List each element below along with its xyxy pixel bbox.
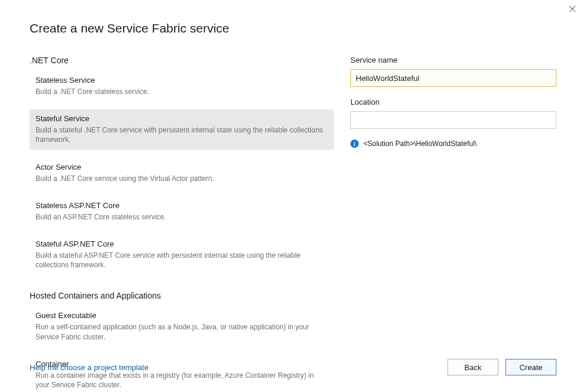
help-link[interactable]: Help me choose a project template [30,363,149,372]
category-heading: .NET Core [30,56,334,65]
template-stateless-aspnet[interactable]: Stateless ASP.NET Core Build an ASP.NET … [30,196,334,226]
template-stateful-aspnet[interactable]: Stateful ASP.NET Core Build a stateful A… [30,235,334,274]
template-desc: Build a .NET Core stateless service. [36,87,328,96]
category-heading: Hosted Containers and Applications [30,291,334,300]
create-button[interactable]: Create [505,359,556,375]
back-button[interactable]: Back [447,359,498,375]
template-name: Stateless ASP.NET Core [36,201,328,210]
location-label: Location [350,98,556,106]
info-icon: i [350,140,359,148]
template-stateless-service[interactable]: Stateless Service Build a .NET Core stat… [30,71,334,101]
template-name: Actor Service [36,163,328,171]
template-desc: Build a stateful ASP.NET Core service wi… [36,251,328,270]
template-name: Stateless Service [36,76,328,85]
template-actor-service[interactable]: Actor Service Build a .NET Core service … [30,158,334,188]
location-input[interactable] [350,111,556,129]
template-guest-executable[interactable]: Guest Executable Run a self-contained ap… [30,306,334,346]
template-name: Guest Executable [36,311,328,320]
service-name-input[interactable] [350,69,556,87]
template-desc: Build a .NET Core service using the Virt… [36,174,328,183]
template-list[interactable]: .NET Core Stateless Service Build a .NET… [30,56,337,392]
service-name-label: Service name [350,56,556,64]
template-stateful-service[interactable]: Stateful Service Build a stateful .NET C… [30,109,334,149]
template-name: Stateful ASP.NET Core [36,239,328,248]
template-desc: Build an ASP.NET Core stateless service. [36,212,328,222]
template-name: Stateful Service [36,114,328,123]
template-desc: Build a stateful .NET Core service with … [36,125,328,144]
template-desc: Run a self-contained application (such a… [36,322,328,341]
dialog-title: Create a new Service Fabric service [30,21,556,35]
solution-path-text: <Solution Path>\HelloWorldStateful\ [363,140,476,148]
